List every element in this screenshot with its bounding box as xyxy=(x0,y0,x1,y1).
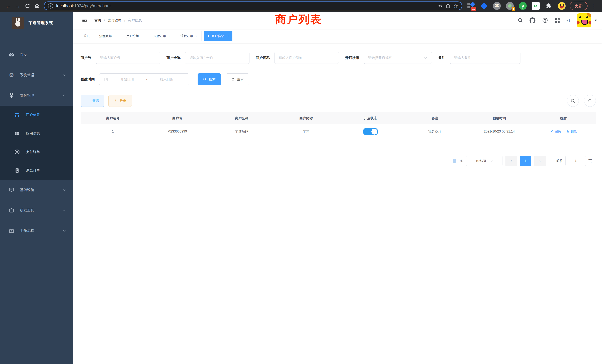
table-header: 商户编号 商户号 商户全称 商户简称 开启状态 备注 创建时间 操作 xyxy=(81,112,596,124)
remark-input[interactable] xyxy=(450,52,520,64)
short-name-input[interactable] xyxy=(274,52,339,64)
help-icon[interactable] xyxy=(542,17,548,23)
refresh-table-button[interactable] xyxy=(584,95,596,107)
extension-y-icon[interactable]: y xyxy=(519,2,527,10)
sidebar-item-label: 退款订单 xyxy=(26,168,40,173)
filter-row-1: 商户号 商户全称 商户简称 开启状态 请选择开启状态 备注 xyxy=(81,52,596,64)
browser-reload-icon[interactable] xyxy=(23,1,32,11)
sidebar-item-devtools[interactable]: 研发工具 xyxy=(0,200,73,221)
create-time-range-picker[interactable]: 开始日期 - 结束日期 xyxy=(99,73,189,85)
close-icon[interactable]: × xyxy=(226,34,229,38)
page-unit-label: 页 xyxy=(589,159,592,163)
plus-icon: ＋ xyxy=(86,98,90,104)
main-area: 首页 / 支付管理 / 商户信息 商户列表 tT ▾ xyxy=(73,12,602,364)
bookmark-star-icon[interactable]: ☆ xyxy=(453,3,458,9)
yen-icon: ¥ xyxy=(8,92,15,99)
col-header: 创建时间 xyxy=(467,116,532,120)
sidebar-item-merchant-info[interactable]: 商户信息 xyxy=(0,106,73,124)
extensions-row: 10 ⌘ 1 y xyxy=(467,2,566,10)
page-1-button[interactable]: 1 xyxy=(520,156,531,166)
sidebar-item-pay-order[interactable]: 支付订单 xyxy=(0,143,73,161)
hamburger-icon[interactable] xyxy=(81,17,88,24)
fullscreen-icon[interactable] xyxy=(554,17,560,23)
sidebar-item-label: 研发工具 xyxy=(20,208,34,213)
tab-label: 退款订单 xyxy=(181,34,193,38)
extension-badge: 10 xyxy=(471,7,476,11)
url-text: localhost:1024/pay/merchant xyxy=(56,3,435,9)
app-logo-row[interactable]: 芋道管理系统 xyxy=(0,12,73,34)
goto-page-input[interactable] xyxy=(566,156,586,166)
tab-merchant-info[interactable]: 商户信息 × xyxy=(204,31,232,41)
reset-button[interactable]: 重置 xyxy=(226,73,249,85)
tab-home[interactable]: 首页 xyxy=(80,31,93,41)
close-icon[interactable]: × xyxy=(114,34,117,38)
breadcrumb: 首页 / 支付管理 / 商户信息 xyxy=(94,18,142,23)
user-avatar[interactable] xyxy=(577,13,591,27)
merchant-table: 商户编号 商户号 商户全称 商户简称 开启状态 备注 创建时间 操作 1 M23… xyxy=(81,112,596,139)
password-key-icon[interactable] xyxy=(438,3,443,8)
gear-icon: ⚙ xyxy=(8,72,15,78)
merchant-no-input[interactable] xyxy=(96,52,160,64)
browser-menu-icon[interactable]: ⋮ xyxy=(589,3,599,9)
browser-home-icon[interactable] xyxy=(32,1,42,11)
toggle-search-button[interactable] xyxy=(567,95,579,107)
browser-toolbar: ← → i localhost:1024/pay/merchant ☆ 10 ⌘… xyxy=(0,0,602,12)
extension-recorder-icon[interactable]: 1 xyxy=(506,2,514,10)
browser-back-icon[interactable]: ← xyxy=(3,1,13,11)
col-header: 操作 xyxy=(532,116,596,120)
col-header: 商户编号 xyxy=(81,116,145,120)
chevron-down-icon xyxy=(63,73,66,77)
next-page-button[interactable]: › xyxy=(534,156,546,166)
extension-command-icon[interactable]: ⌘ xyxy=(493,2,501,10)
tab-process-form[interactable]: 流程表单 × xyxy=(96,31,120,41)
github-icon[interactable] xyxy=(529,17,536,23)
status-select[interactable]: 请选择开启状态 xyxy=(364,52,432,64)
close-icon[interactable]: × xyxy=(168,34,171,38)
breadcrumb-home[interactable]: 首页 xyxy=(94,18,101,23)
share-icon[interactable] xyxy=(446,3,450,8)
browser-profile-avatar[interactable] xyxy=(558,2,566,10)
tab-label: 支付订单 xyxy=(153,34,166,38)
sidebar-item-system[interactable]: ⚙ 系统管理 xyxy=(0,65,73,85)
edit-button[interactable]: 修改 xyxy=(550,129,561,134)
search-icon xyxy=(203,77,207,81)
tab-refund-order[interactable]: 退款订单 × xyxy=(177,31,202,41)
chevron-down-icon xyxy=(63,229,66,233)
pay-submenu: 商户信息 应用信息 支付订单 退款订单 xyxy=(0,106,73,180)
sidebar-item-infra[interactable]: 基础设施 xyxy=(0,180,73,200)
sidebar-item-pay[interactable]: ¥ 支付管理 xyxy=(0,85,73,106)
address-bar[interactable]: i localhost:1024/pay/merchant ☆ xyxy=(44,1,462,10)
trash-icon xyxy=(566,130,569,133)
close-icon[interactable]: × xyxy=(141,34,144,38)
extensions-puzzle-icon[interactable] xyxy=(545,2,553,10)
extension-grid-icon[interactable]: 10 xyxy=(467,2,475,10)
search-icon[interactable] xyxy=(517,17,523,23)
close-icon[interactable]: × xyxy=(195,34,198,38)
avatar-caret-icon[interactable]: ▾ xyxy=(595,18,597,23)
browser-update-button[interactable]: 更新 xyxy=(570,2,588,10)
sidebar-item-home[interactable]: 首页 xyxy=(0,44,73,65)
add-button[interactable]: ＋ 新增 xyxy=(81,95,104,107)
cell-merchant-no: M233666999 xyxy=(145,129,210,133)
font-size-icon[interactable]: tT xyxy=(567,18,571,23)
tab-pay-order[interactable]: 支付订单 × xyxy=(150,31,174,41)
breadcrumb-current: 商户信息 xyxy=(128,18,142,23)
delete-button[interactable]: 删除 xyxy=(566,129,577,134)
browser-forward-icon[interactable]: → xyxy=(13,1,23,11)
page-size-select[interactable]: 10条/页 xyxy=(466,156,503,166)
site-info-icon[interactable]: i xyxy=(48,3,53,9)
tab-label: 用户分组 xyxy=(126,34,139,38)
export-button[interactable]: 导出 xyxy=(108,95,132,107)
navbar-actions: tT ▾ xyxy=(517,12,597,29)
search-button[interactable]: 搜索 xyxy=(198,73,221,85)
tab-user-group[interactable]: 用户分组 × xyxy=(123,31,147,41)
sidebar-item-refund-order[interactable]: 退款订单 xyxy=(0,161,73,180)
full-name-input[interactable] xyxy=(185,52,249,64)
extension-chat-icon[interactable] xyxy=(532,2,540,10)
sidebar-item-workflow[interactable]: 工作流程 xyxy=(0,221,73,241)
breadcrumb-pay[interactable]: 支付管理 xyxy=(108,18,122,23)
prev-page-button[interactable]: ‹ xyxy=(505,156,517,166)
status-toggle[interactable] xyxy=(363,128,378,135)
extension-gem-icon[interactable] xyxy=(480,2,488,10)
sidebar-item-app-info[interactable]: 应用信息 xyxy=(0,124,73,143)
